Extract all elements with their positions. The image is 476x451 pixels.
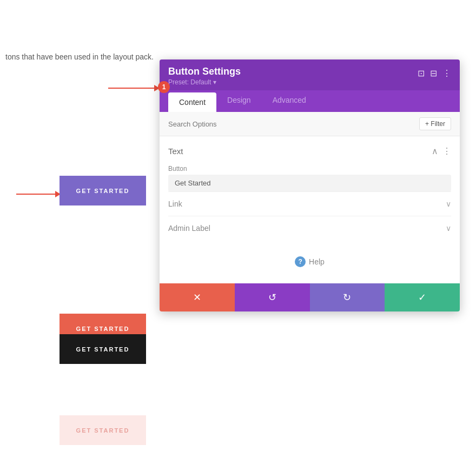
panel-search-bar: + Filter bbox=[160, 112, 460, 136]
section-more-icon[interactable]: ⋮ bbox=[442, 146, 451, 156]
footer-cancel-button[interactable]: ✕ bbox=[160, 283, 235, 311]
intro-text: tons that have been used in the layout p… bbox=[0, 52, 154, 61]
button-field: Button bbox=[168, 165, 451, 191]
panel-icon-columns[interactable]: ⊟ bbox=[430, 68, 437, 78]
panel-icons: ⊡ ⊟ ⋮ bbox=[418, 68, 451, 78]
tab-advanced[interactable]: Advanced bbox=[262, 90, 317, 112]
panel-icon-more[interactable]: ⋮ bbox=[442, 68, 451, 78]
arrow-to-button bbox=[16, 191, 61, 197]
section-text-header: Text ∧ ⋮ bbox=[168, 142, 451, 161]
admin-label-text: Admin Label bbox=[168, 224, 210, 233]
filter-button[interactable]: + Filter bbox=[419, 117, 451, 130]
panel-footer: ✕ ↺ ↻ ✓ bbox=[160, 283, 460, 311]
link-label: Link bbox=[168, 200, 182, 208]
reset-icon: ↺ bbox=[268, 291, 276, 303]
admin-label-row[interactable]: Admin Label ∨ bbox=[168, 216, 451, 240]
help-text: Help bbox=[309, 257, 325, 266]
button-blue[interactable]: GET STARTED bbox=[60, 176, 146, 205]
button-settings-panel: Button Settings Preset: Default ▾ ⊡ ⊟ ⋮ … bbox=[160, 59, 460, 311]
link-chevron-icon: ∨ bbox=[446, 200, 451, 208]
search-input[interactable] bbox=[168, 120, 419, 128]
section-collapse-icon[interactable]: ∧ bbox=[432, 146, 438, 156]
button-black[interactable]: GET STARTED bbox=[60, 334, 146, 364]
panel-title: Button Settings bbox=[168, 66, 241, 77]
link-row[interactable]: Link ∨ bbox=[168, 191, 451, 216]
section-controls: ∧ ⋮ bbox=[432, 146, 451, 156]
field-label: Button bbox=[168, 165, 451, 173]
admin-label-chevron-icon: ∨ bbox=[446, 224, 451, 233]
panel-body: Text ∧ ⋮ Button Link ∨ Admin Label ∨ bbox=[160, 136, 460, 283]
tab-design[interactable]: Design bbox=[216, 90, 262, 112]
badge-number: 1 bbox=[158, 81, 170, 93]
button-pink[interactable]: GET STARTED bbox=[60, 415, 146, 445]
field-input[interactable] bbox=[168, 175, 451, 191]
page-background: tons that have been used in the layout p… bbox=[0, 0, 476, 451]
redo-icon: ↻ bbox=[343, 291, 351, 303]
panel-header: Button Settings Preset: Default ▾ ⊡ ⊟ ⋮ bbox=[160, 59, 460, 90]
save-icon: ✓ bbox=[418, 291, 426, 303]
section-title: Text bbox=[168, 147, 183, 156]
footer-redo-button[interactable]: ↻ bbox=[310, 283, 385, 311]
cancel-icon: ✕ bbox=[193, 291, 201, 303]
footer-reset-button[interactable]: ↺ bbox=[235, 283, 310, 311]
panel-preset[interactable]: Preset: Default ▾ bbox=[168, 78, 241, 86]
tab-content[interactable]: Content bbox=[168, 92, 216, 112]
footer-save-button[interactable]: ✓ bbox=[385, 283, 460, 311]
arrow-to-preset bbox=[108, 85, 160, 91]
help-icon: ? bbox=[295, 256, 306, 267]
panel-icon-resize[interactable]: ⊡ bbox=[418, 68, 425, 78]
panel-tabs: Content Design Advanced bbox=[160, 90, 460, 112]
help-row[interactable]: ? Help bbox=[168, 240, 451, 278]
